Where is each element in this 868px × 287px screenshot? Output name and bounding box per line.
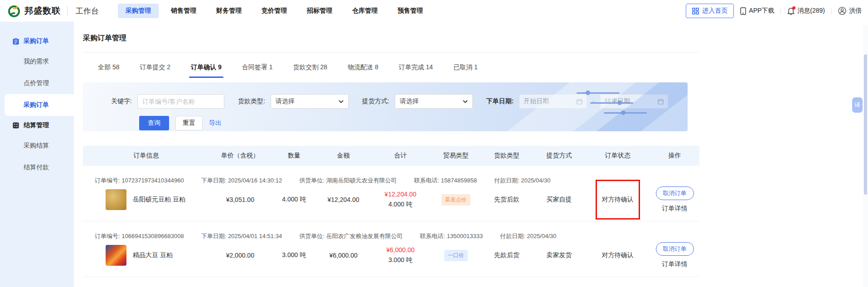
filter-buttons: 查询 重置 导出 (139, 116, 688, 130)
nav-item-warehouse[interactable]: 仓库管理 (344, 4, 385, 18)
reset-button[interactable]: 重置 (175, 116, 203, 130)
filter-panel: 关键字: 货款类型: 请选择 提货方式: 请选择 (83, 82, 688, 131)
product-image (106, 189, 126, 210)
contact-phone: 15874859858 (441, 177, 477, 184)
tab-all[interactable]: 全部 58 (98, 63, 119, 78)
contact-phone: 13500013333 (447, 233, 483, 239)
col-header-unit-price: 单价（含税） (209, 152, 271, 160)
total-amount: ¥12,204.00 (369, 191, 431, 198)
order-meta: 订单编号: 1066941530896683008 下单日期: 2025/04/… (83, 226, 699, 242)
sidebar-item-purchase-settlement[interactable]: 采购结算 (0, 135, 74, 157)
enter-home-button[interactable]: 进入首页 (686, 4, 734, 18)
order-date: 2025/04/01 14:51:34 (228, 233, 282, 239)
nav-item-bidding[interactable]: 竞价管理 (254, 4, 295, 18)
tab-contract-signing[interactable]: 合同签署 1 (242, 63, 273, 78)
product-name: 精品大豆 豆粕 (133, 251, 173, 259)
sidebar: 采购订单 我的需求 点价管理 采购订单 结算管理 采购结算 结算付款 (0, 22, 74, 287)
payment-type-select[interactable]: 请选择 (271, 94, 349, 109)
payment-date: 2025/04/30 (527, 233, 556, 239)
notification-dot (792, 6, 795, 10)
vertical-scrollbar[interactable] (863, 25, 868, 287)
phone-icon (740, 7, 746, 15)
delivery-method-label: 提货方式: (362, 97, 389, 105)
app-download[interactable]: APP下载 (740, 7, 774, 15)
order-row-content: 岳阳硕元豆粕 豆粕 ¥3,051.00 4.000 吨 ¥12,204.00 ¥… (83, 187, 699, 213)
order-date-label: 下单日期: (486, 97, 514, 105)
product-cell: 精品大豆 豆粕 (83, 245, 209, 266)
main-content: 采购订单管理 全部 58 订单提交 2 订单确认 9 合同签署 1 货款交割 2… (74, 22, 868, 287)
sidebar-item-my-demands[interactable]: 我的需求 (0, 51, 74, 72)
col-header-quantity: 数量 (271, 152, 317, 160)
sidebar-group-purchase-orders[interactable]: 采购订单 (0, 32, 74, 51)
clipboard-icon (13, 38, 19, 45)
translate-button[interactable]: 译 (852, 97, 863, 113)
col-header-amount: 金额 (317, 152, 370, 160)
payment-date: 2025/04/30 (521, 177, 550, 184)
table-row: 订单编号: 1066941530896683008 下单日期: 2025/04/… (83, 221, 699, 277)
col-header-trade-type: 贸易类型 (431, 152, 480, 160)
username-label: 洪倍 (849, 7, 862, 15)
search-button[interactable]: 查询 (139, 116, 169, 130)
cancel-order-button[interactable]: 取消订单 (656, 242, 694, 256)
order-status: 对方待确认 (602, 196, 634, 203)
total-cell: ¥12,204.00 4.000 吨 (369, 191, 431, 209)
keyword-input[interactable] (137, 94, 224, 109)
tab-order-completed[interactable]: 订单完成 14 (399, 63, 433, 78)
delivery-method: 买家自提 (533, 196, 586, 204)
status-tabs: 全部 58 订单提交 2 订单确认 9 合同签署 1 货款交割 28 物流配送 … (83, 53, 859, 78)
col-header-total: 合计 (369, 152, 431, 160)
export-link[interactable]: 导出 (209, 119, 222, 127)
sidebar-item-pricing-management[interactable]: 点价管理 (0, 72, 74, 94)
separator (781, 8, 781, 14)
scrollbar-thumb[interactable] (864, 54, 867, 195)
topbar-right: 进入首页 APP下载 消息(289) (686, 4, 862, 18)
amount: ¥12,204.00 (317, 196, 370, 203)
total-amount: ¥6,000.00 (369, 246, 431, 254)
page-title: 采购订单管理 (83, 33, 859, 43)
cancel-order-button[interactable]: 取消订单 (656, 187, 694, 200)
col-header-actions: 操作 (650, 152, 699, 160)
payment-type-label: 货款类型: (238, 97, 265, 105)
messages-label: 消息(289) (797, 7, 825, 15)
nav-item-sales[interactable]: 销售管理 (163, 4, 204, 18)
actions-cell: 取消订单 订单详情 (650, 242, 699, 268)
tab-order-confirmation[interactable]: 订单确认 9 (191, 63, 222, 78)
total-quantity: 4.000 吨 (369, 201, 431, 209)
avatar-icon (838, 7, 846, 15)
grid-icon (692, 8, 699, 14)
supplier-name: 湖南岳阳硕元农业有限公司 (326, 177, 397, 184)
order-number: 1072371973410344960 (121, 177, 184, 184)
order-detail-link[interactable]: 订单详情 (662, 205, 688, 213)
nav-item-procurement[interactable]: 采购管理 (118, 4, 159, 18)
nav-item-tender[interactable]: 招标管理 (299, 4, 340, 18)
order-detail-link[interactable]: 订单详情 (662, 260, 688, 268)
amount: ¥6,000.00 (317, 252, 370, 259)
payment-type: 先款后货 (480, 251, 533, 259)
unit-price: ¥3,051.00 (209, 196, 271, 203)
messages[interactable]: 消息(289) (787, 7, 825, 15)
total-cell: ¥6,000.00 3.000 吨 (369, 246, 431, 264)
nav-item-presale[interactable]: 预售管理 (390, 4, 431, 18)
keyword-label: 关键字: (111, 97, 132, 105)
decorative-slider (577, 92, 620, 94)
nav-item-finance[interactable]: 财务管理 (209, 4, 249, 18)
brand-name: 邦盛数联 (24, 5, 61, 17)
chevron-down-icon (339, 100, 344, 103)
tab-payment-delivery[interactable]: 货款交割 28 (293, 63, 327, 78)
delivery-method-select[interactable]: 请选择 (395, 94, 473, 109)
tab-logistics[interactable]: 物流配送 8 (348, 63, 378, 78)
sidebar-group-settlement[interactable]: 结算管理 (0, 116, 74, 135)
delivery-method: 卖家发货 (533, 251, 586, 259)
user-menu[interactable]: 洪倍 (838, 7, 862, 15)
order-meta: 订单编号: 1072371973410344960 下单日期: 2025/04/… (83, 170, 699, 187)
sidebar-item-settlement-payment[interactable]: 结算付款 (0, 157, 74, 178)
tab-cancelled[interactable]: 已取消 1 (453, 63, 478, 78)
brand: 邦盛数联 工作台 (7, 4, 99, 18)
app-download-label: APP下载 (749, 7, 774, 15)
order-status-cell: 对方待确认 (585, 251, 650, 259)
main-nav: 采购管理 销售管理 财务管理 竞价管理 招标管理 仓库管理 预售管理 (118, 4, 431, 18)
decorative-slider (604, 112, 647, 114)
sidebar-item-purchase-orders[interactable]: 采购订单 (5, 94, 74, 116)
tab-order-submitted[interactable]: 订单提交 2 (140, 63, 170, 78)
product-name: 岳阳硕元豆粕 豆粕 (133, 196, 185, 204)
